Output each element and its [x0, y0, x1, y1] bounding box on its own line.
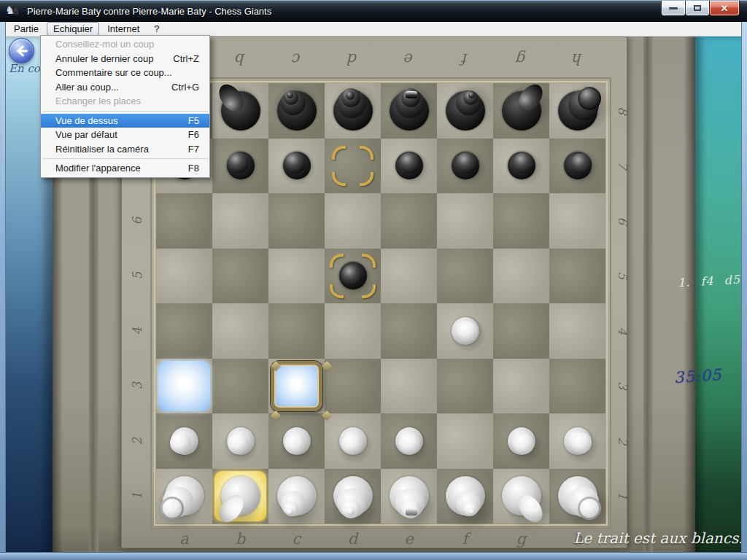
square-f2[interactable]: [437, 413, 493, 469]
square-h4[interactable]: [549, 303, 605, 359]
square-b4[interactable]: [212, 303, 268, 359]
menu-item-annuler-le-dernier-coup[interactable]: Annuler le dernier coupCtrl+Z: [41, 52, 209, 66]
title-bar[interactable]: ♞ ♙ Pierre-Marie Baty contre Pierre-Mari…: [0, 0, 747, 22]
square-e3[interactable]: [381, 359, 437, 414]
white-pawn-e2[interactable]: [386, 418, 433, 464]
black-pawn-h7[interactable]: [554, 142, 601, 189]
piece-part: [341, 265, 363, 286]
menu-item-modifier-l-apparence[interactable]: Modifier l'apparenceF8: [41, 161, 209, 176]
piece-part: [341, 433, 363, 454]
black-pawn-b7[interactable]: [217, 142, 264, 189]
square-e4[interactable]: [381, 303, 437, 359]
menu-item-r-initialiser-la-cam-ra[interactable]: Réinitialiser la caméraF7: [41, 142, 209, 157]
white-rook-h1[interactable]: [554, 472, 601, 519]
menu-item-commentaire-sur-ce-coup[interactable]: Commentaire sur ce coup...: [41, 66, 209, 80]
menu-item-aller-au-coup[interactable]: Aller au coup...Ctrl+G: [41, 80, 209, 95]
rank-label-right-3: 3: [612, 375, 634, 397]
rank-label-left-2: 2: [126, 430, 148, 452]
white-knight-g1[interactable]: [498, 472, 545, 519]
square-a5[interactable]: [156, 249, 212, 304]
square-g5[interactable]: [493, 249, 549, 304]
white-queen-d1[interactable]: [330, 472, 376, 519]
square-f6[interactable]: [437, 193, 493, 249]
white-bishop-f1[interactable]: [442, 472, 489, 519]
close-button[interactable]: ✕: [709, 1, 740, 16]
square-c4[interactable]: [268, 303, 325, 359]
rank-label-left-3: 3: [126, 375, 148, 397]
file-label-top-h: h: [567, 48, 589, 70]
white-pawn-f4[interactable]: [442, 308, 489, 354]
white-pawn-c2[interactable]: [274, 418, 320, 464]
square-h6[interactable]: [549, 193, 605, 249]
square-f5[interactable]: [437, 249, 493, 304]
menu-item-label: Aller au coup...: [55, 82, 119, 93]
black-bishop-f8[interactable]: [442, 88, 489, 134]
white-knight-b1[interactable]: [217, 472, 264, 519]
black-knight-b8[interactable]: [217, 88, 264, 134]
white-pawn-b2[interactable]: [217, 418, 264, 464]
square-b6[interactable]: [212, 193, 268, 249]
square-f3[interactable]: [437, 359, 493, 414]
window-border-right: [741, 22, 747, 560]
black-pawn-e7[interactable]: [386, 142, 433, 189]
white-rook-a1[interactable]: [161, 472, 208, 519]
square-h5[interactable]: [549, 249, 605, 304]
square-d6[interactable]: [325, 193, 381, 249]
white-bishop-c1[interactable]: [274, 472, 320, 519]
square-g3[interactable]: [493, 359, 549, 414]
move-target-square-a3[interactable]: [158, 361, 210, 412]
maximize-button[interactable]: [685, 1, 710, 16]
black-pawn-c7[interactable]: [274, 142, 320, 189]
menu-item-vue-par-d-faut[interactable]: Vue par défautF6: [41, 128, 209, 142]
menu-item-vue-de-dessus[interactable]: Vue de dessusF5: [41, 114, 209, 128]
square-d3[interactable]: [325, 359, 381, 414]
back-button[interactable]: [9, 38, 34, 63]
white-pawn-a2[interactable]: [161, 418, 208, 464]
menubar-item-internet[interactable]: Internet: [101, 22, 146, 36]
square-a6[interactable]: [156, 193, 212, 249]
file-label-bottom-e: e: [398, 528, 420, 550]
square-a4[interactable]: [156, 303, 212, 359]
square-d4[interactable]: [325, 303, 381, 359]
rank-label-left-4: 4: [126, 320, 148, 342]
square-h3[interactable]: [549, 359, 605, 414]
chessboard[interactable]: [156, 83, 605, 524]
square-c6[interactable]: [268, 193, 325, 249]
menu-bar: Partie Echiquier Internet ?: [6, 22, 741, 36]
rank-label-left-6: 6: [126, 210, 148, 232]
piece-part: [346, 91, 355, 100]
black-queen-d8[interactable]: [330, 88, 376, 134]
menu-item-conseillez-moi-un-coup: Conseillez-moi un coup: [41, 37, 209, 52]
black-knight-g8[interactable]: [498, 88, 545, 134]
rank-label-right-5: 5: [612, 265, 634, 287]
square-d7[interactable]: [325, 139, 381, 194]
file-label-bottom-g: g: [511, 528, 533, 550]
menubar-item-help[interactable]: ?: [147, 22, 166, 36]
white-pawn-h2[interactable]: [554, 418, 601, 464]
square-e5[interactable]: [381, 249, 437, 304]
black-king-e8[interactable]: [386, 88, 433, 134]
black-pawn-f7[interactable]: [442, 142, 489, 189]
white-pawn-g2[interactable]: [498, 418, 545, 464]
black-pawn-d5[interactable]: [330, 252, 376, 299]
maximize-icon: [694, 5, 701, 11]
square-e6[interactable]: [381, 193, 437, 249]
menubar-item-echiquier[interactable]: Echiquier: [47, 22, 99, 36]
square-b5[interactable]: [212, 249, 268, 304]
black-rook-h8[interactable]: [554, 88, 601, 134]
piece-part: [287, 92, 293, 98]
white-pawn-d2[interactable]: [330, 418, 376, 464]
black-pawn-g7[interactable]: [498, 142, 545, 189]
black-bishop-c8[interactable]: [274, 88, 320, 134]
minimize-button[interactable]: [661, 1, 686, 16]
hover-target-square-c3[interactable]: [271, 361, 322, 412]
white-king-e1[interactable]: [386, 472, 433, 519]
square-b3[interactable]: [212, 359, 268, 414]
piece-part: [578, 497, 601, 520]
file-label-top-b: b: [230, 48, 252, 70]
square-g4[interactable]: [493, 303, 549, 359]
square-g6[interactable]: [493, 193, 549, 249]
file-label-top-c: c: [286, 48, 308, 70]
square-c5[interactable]: [268, 249, 325, 304]
menubar-item-partie[interactable]: Partie: [7, 22, 45, 36]
